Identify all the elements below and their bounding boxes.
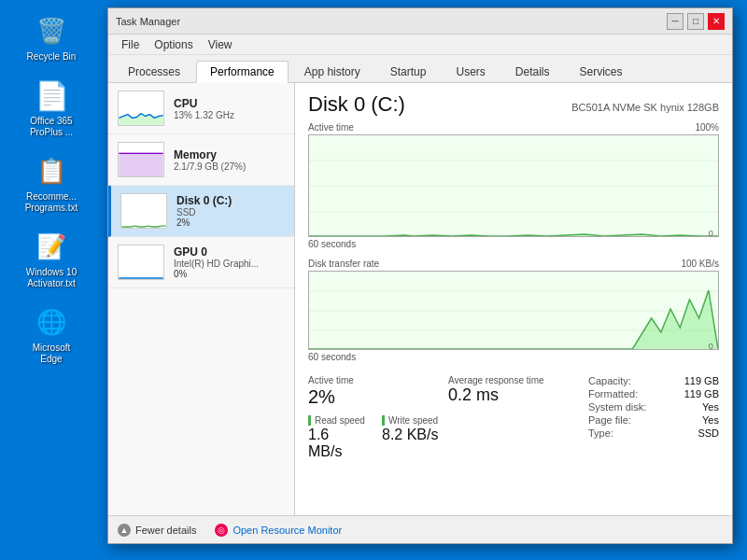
disk-header: Disk 0 (C:) BC501A NVMe SK hynix 128GB xyxy=(308,92,719,117)
office-icon: 📄 xyxy=(34,77,69,113)
transfer-rate-section: Disk transfer rate 100 KB/s 0 xyxy=(308,259,719,368)
perf-item-memory[interactable]: Memory 2.1/7.9 GB (27%) xyxy=(108,134,294,186)
menu-file[interactable]: File xyxy=(114,36,147,53)
type-label: Type: xyxy=(588,427,613,439)
bottom-bar: ▲ Fewer details ◎ Open Resource Monitor xyxy=(108,515,732,543)
cpu-info: CPU 13% 1.32 GHz xyxy=(174,97,285,120)
gpu-val: 0% xyxy=(174,269,285,279)
svg-text:0: 0 xyxy=(709,229,713,237)
formatted-value: 119 GB xyxy=(684,388,719,399)
transfer-rate-chart: 0 xyxy=(308,271,719,350)
resource-monitor-link[interactable]: Open Resource Monitor xyxy=(233,525,342,536)
office-label: Office 365ProPlus ... xyxy=(30,116,73,138)
desktop-icon-edge[interactable]: 🌐 MicrosoftEdge xyxy=(9,301,93,369)
tab-bar: Processes Performance App history Startu… xyxy=(108,55,732,83)
disk-name: Disk 0 (C:) xyxy=(176,194,285,207)
spec-system-disk: System disk: Yes xyxy=(588,401,719,413)
close-button[interactable]: ✕ xyxy=(708,13,725,30)
system-disk-label: System disk: xyxy=(588,401,646,413)
read-speed-value: 1.6 MB/s xyxy=(308,427,367,460)
gpu-mini-chart xyxy=(118,245,164,280)
right-panel: Disk 0 (C:) BC501A NVMe SK hynix 128GB A… xyxy=(295,83,732,515)
capacity-value: 119 GB xyxy=(684,375,719,386)
window-controls: ─ □ ✕ xyxy=(667,13,725,30)
task-manager-window: Task Manager ─ □ ✕ File Options View Pro… xyxy=(107,7,733,544)
transfer-rate-label: Disk transfer rate xyxy=(308,259,379,269)
tab-processes[interactable]: Processes xyxy=(114,61,194,82)
tab-app-history[interactable]: App history xyxy=(290,61,374,82)
tab-details[interactable]: Details xyxy=(501,61,564,82)
svg-rect-0 xyxy=(119,152,162,176)
desktop: 🗑️ Recycle Bin 📄 Office 365ProPlus ... 📋… xyxy=(0,0,103,560)
maximize-button[interactable]: □ xyxy=(687,13,704,30)
transfer-rate-timelabel: 60 seconds xyxy=(308,352,719,362)
memory-info: Memory 2.1/7.9 GB (27%) xyxy=(174,148,285,172)
edge-icon: 🌐 xyxy=(34,304,69,340)
recommende-icon: 📋 xyxy=(34,153,69,189)
minimize-button[interactable]: ─ xyxy=(667,13,684,30)
fewer-details-button[interactable]: ▲ Fewer details xyxy=(118,524,196,537)
memory-name: Memory xyxy=(174,148,285,161)
spec-type: Type: SSD xyxy=(588,427,719,439)
menu-bar: File Options View xyxy=(108,35,732,55)
active-time-stat-value: 2% xyxy=(308,385,441,408)
resource-monitor-icon: ◎ xyxy=(215,524,228,537)
recommende-label: Recomme...Programs.txt xyxy=(25,191,78,214)
write-speed-item: Write speed 8.2 KB/s xyxy=(382,415,441,460)
content-area: CPU 13% 1.32 GHz Memory 2.1/7.9 GB (27%) xyxy=(108,83,732,515)
tab-users[interactable]: Users xyxy=(442,61,499,82)
memory-mini-chart xyxy=(118,142,164,177)
stats-row: Active time 2% Read speed 1.6 MB/s Write… xyxy=(308,375,719,460)
type-value: SSD xyxy=(698,427,719,439)
write-speed-label: Write speed xyxy=(382,415,441,426)
edge-label: MicrosoftEdge xyxy=(33,343,71,365)
perf-item-disk[interactable]: Disk 0 (C:) SSD 2% xyxy=(108,186,294,237)
read-speed-item: Read speed 1.6 MB/s xyxy=(308,415,367,460)
gpu-name: GPU 0 xyxy=(174,245,285,259)
cpu-mini-chart xyxy=(118,91,164,126)
perf-item-cpu[interactable]: CPU 13% 1.32 GHz xyxy=(108,83,294,134)
speed-row: Read speed 1.6 MB/s Write speed 8.2 KB/s xyxy=(308,415,441,460)
capacity-label: Capacity: xyxy=(588,375,631,386)
disk-sub: SSD xyxy=(176,207,285,217)
read-speed-label: Read speed xyxy=(308,415,367,426)
desktop-icon-recommende[interactable]: 📋 Recomme...Programs.txt xyxy=(9,149,93,217)
svg-rect-1 xyxy=(309,135,718,237)
recycle-bin-icon: 🗑️ xyxy=(34,13,69,49)
gpu-sub: Intel(R) HD Graphi... xyxy=(174,259,285,269)
cpu-sub: 13% 1.32 GHz xyxy=(174,110,285,120)
tab-services[interactable]: Services xyxy=(566,61,637,82)
fewer-details-icon: ▲ xyxy=(118,524,131,537)
active-time-label-row: Active time 100% xyxy=(308,122,719,133)
desktop-icon-office[interactable]: 📄 Office 365ProPlus ... xyxy=(9,74,93,142)
tab-performance[interactable]: Performance xyxy=(196,61,289,83)
desktop-icon-activator[interactable]: 📝 Windows 10Activator.txt xyxy=(9,225,93,293)
transfer-rate-max: 100 KB/s xyxy=(681,259,719,269)
formatted-label: Formatted: xyxy=(588,388,638,399)
active-time-max: 100% xyxy=(695,122,719,133)
transfer-rate-label-row: Disk transfer rate 100 KB/s xyxy=(308,259,719,269)
open-resource-monitor-button[interactable]: ◎ Open Resource Monitor xyxy=(215,524,342,537)
avg-response-stat: Average response time 0.2 ms xyxy=(448,375,588,460)
active-time-section: Active time 100% 0 xyxy=(308,122,719,255)
svg-text:0: 0 xyxy=(709,342,713,350)
write-speed-value: 8.2 KB/s xyxy=(382,427,441,443)
cpu-name: CPU xyxy=(174,97,285,110)
active-time-stat-label: Active time xyxy=(308,375,441,385)
perf-item-gpu[interactable]: GPU 0 Intel(R) HD Graphi... 0% xyxy=(108,237,294,288)
page-file-value: Yes xyxy=(702,414,719,426)
system-disk-value: Yes xyxy=(702,401,719,413)
page-file-label: Page file: xyxy=(588,414,631,426)
gpu-info: GPU 0 Intel(R) HD Graphi... 0% xyxy=(174,245,285,279)
tab-startup[interactable]: Startup xyxy=(376,61,441,82)
menu-options[interactable]: Options xyxy=(147,36,200,53)
desktop-icon-recycle-bin[interactable]: 🗑️ Recycle Bin xyxy=(9,9,93,66)
window-title: Task Manager xyxy=(116,16,667,27)
spec-formatted: Formatted: 119 GB xyxy=(588,388,719,399)
active-time-stat: Active time 2% Read speed 1.6 MB/s Write… xyxy=(308,375,448,460)
active-time-chart: 0 xyxy=(308,134,719,237)
menu-view[interactable]: View xyxy=(201,36,240,53)
recycle-bin-label: Recycle Bin xyxy=(27,51,77,63)
disk-title: Disk 0 (C:) xyxy=(308,92,405,117)
memory-sub: 2.1/7.9 GB (27%) xyxy=(174,161,285,172)
